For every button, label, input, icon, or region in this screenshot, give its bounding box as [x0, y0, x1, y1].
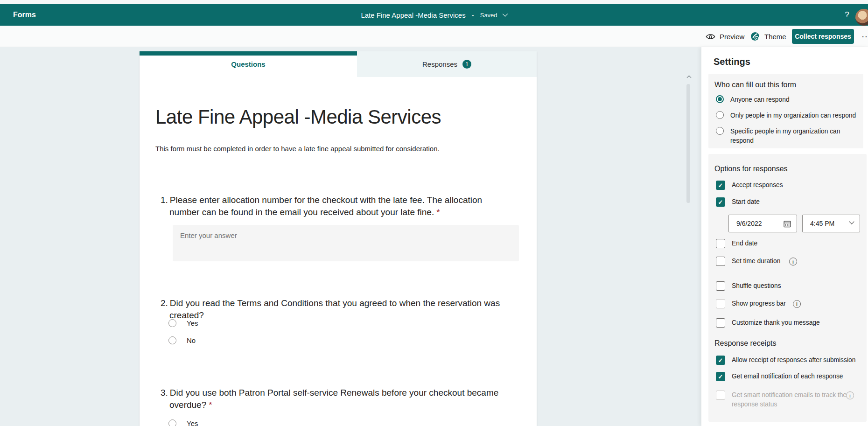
question-3[interactable]: 3.Did you use both Patron Portal self-se…: [161, 387, 523, 411]
checkbox-icon[interactable]: [716, 281, 725, 291]
preview-button[interactable]: Preview: [706, 26, 744, 47]
radio-specific-people-can-respond[interactable]: Specific people in my organization can r…: [716, 127, 859, 146]
form-card: Questions Responses 1 Late Fine Appeal -…: [140, 51, 537, 426]
checkbox-checked-icon[interactable]: ✓: [716, 372, 725, 381]
checkbox-show-progress-bar[interactable]: Show progress bar: [716, 299, 786, 308]
scrollbar-up-button[interactable]: [685, 72, 693, 81]
form-description[interactable]: This form must be completed in order to …: [155, 144, 510, 154]
browser-top-strip: [0, 0, 868, 4]
checkbox-disabled-icon: [716, 391, 725, 400]
required-asterisk: *: [436, 207, 440, 217]
who-can-fill-heading: Who can fill out this form: [714, 80, 796, 90]
eye-icon: [706, 33, 715, 40]
question-1-text: Please enter allocation number for the c…: [169, 195, 482, 217]
checkbox-checked-icon[interactable]: ✓: [716, 356, 725, 365]
option-label: No: [187, 336, 196, 344]
question-2[interactable]: 2.Did you read the Terms and Conditions …: [161, 297, 525, 321]
start-time-select[interactable]: 4:45 PM: [802, 215, 860, 232]
theme-button[interactable]: Theme: [750, 26, 786, 47]
checkbox-label: Get smart notification emails to track t…: [732, 391, 848, 409]
start-date-input[interactable]: 9/6/2022: [728, 215, 797, 232]
start-time-value: 4:45 PM: [810, 220, 834, 227]
active-tab-indicator: [140, 51, 357, 56]
who-can-fill-card: Who can fill out this form Anyone can re…: [708, 74, 863, 148]
radio-icon[interactable]: [168, 336, 176, 344]
checkbox-set-time-duration[interactable]: Set time duration: [716, 257, 780, 266]
title-separator: -: [472, 11, 474, 19]
collect-responses-button[interactable]: Collect responses: [792, 29, 854, 44]
account-avatar[interactable]: [855, 9, 868, 26]
checkbox-shuffle-questions[interactable]: Shuffle questions: [716, 281, 781, 291]
response-receipts-heading: Response receipts: [714, 338, 777, 348]
checkbox-icon[interactable]: [716, 239, 725, 248]
radio-icon[interactable]: [716, 127, 724, 135]
more-options-icon[interactable]: ⋯: [861, 26, 868, 47]
checkbox-label: Get email notification of each response: [732, 372, 843, 381]
chevron-down-icon[interactable]: [503, 11, 508, 16]
option-label: Yes: [187, 319, 198, 327]
checkbox-accept-responses[interactable]: ✓ Accept responses: [716, 181, 783, 190]
checkbox-label: Accept responses: [732, 181, 783, 190]
checkbox-label: Allow receipt of responses after submiss…: [732, 356, 855, 365]
checkbox-label: Show progress bar: [732, 299, 786, 308]
scrollbar-thumb[interactable]: [686, 84, 690, 203]
checkbox-label: Customize thank you message: [732, 318, 820, 328]
theme-palette-icon: [750, 32, 760, 42]
checkbox-checked-icon[interactable]: ✓: [716, 181, 725, 190]
checkbox-start-date[interactable]: ✓ Start date: [716, 197, 760, 207]
response-options-card: Options for responses ✓ Accept responses…: [708, 154, 867, 422]
radio-label: Anyone can respond: [730, 95, 790, 105]
radio-selected-icon[interactable]: [716, 95, 724, 103]
radio-only-org-can-respond[interactable]: Only people in my organization can respo…: [716, 111, 856, 120]
checkbox-label: Set time duration: [732, 257, 780, 266]
checkbox-label: Shuffle questions: [732, 281, 781, 291]
save-status: Saved: [480, 12, 497, 19]
calendar-icon[interactable]: [783, 220, 791, 228]
info-icon[interactable]: i: [793, 300, 801, 308]
radio-anyone-can-respond[interactable]: Anyone can respond: [716, 95, 790, 105]
question-1[interactable]: 1.Please enter allocation number for the…: [161, 194, 511, 218]
checkbox-smart-notification: Get smart notification emails to track t…: [716, 391, 848, 409]
form-tabs: Questions Responses 1: [140, 51, 537, 77]
app-logo-forms[interactable]: Forms: [13, 4, 36, 26]
question-2-option-no[interactable]: No: [168, 336, 196, 344]
chevron-down-icon: [849, 219, 854, 224]
tab-questions[interactable]: Questions: [140, 51, 357, 77]
form-title[interactable]: Late Fine Appeal -Media Services: [155, 105, 519, 129]
checkbox-label: Start date: [732, 197, 760, 207]
required-asterisk: *: [209, 400, 212, 410]
checkbox-allow-receipt[interactable]: ✓ Allow receipt of responses after submi…: [716, 356, 855, 365]
info-icon[interactable]: i: [789, 258, 797, 265]
checkbox-customize-thank-you[interactable]: Customize thank you message: [716, 318, 820, 328]
info-icon: i: [846, 391, 854, 399]
radio-label: Specific people in my organization can r…: [730, 127, 859, 146]
checkbox-icon[interactable]: [716, 318, 725, 328]
question-2-option-yes[interactable]: Yes: [168, 319, 198, 327]
tab-questions-label: Questions: [231, 60, 265, 68]
document-title: Late Fine Appeal -Media Services: [361, 11, 465, 19]
question-1-number: 1.: [161, 195, 168, 205]
app-header: Forms Late Fine Appeal -Media Services -…: [0, 4, 868, 26]
tab-responses-label: Responses: [422, 60, 457, 68]
document-title-group[interactable]: Late Fine Appeal -Media Services - Saved: [361, 4, 507, 26]
option-label: Yes: [187, 419, 198, 426]
radio-label: Only people in my organization can respo…: [730, 111, 856, 120]
radio-icon[interactable]: [168, 419, 176, 426]
question-1-answer-input[interactable]: [173, 225, 519, 261]
checkbox-end-date[interactable]: End date: [716, 239, 757, 248]
question-3-option-yes[interactable]: Yes: [168, 419, 198, 426]
help-icon[interactable]: ?: [840, 4, 854, 26]
start-date-value: 9/6/2022: [736, 220, 762, 227]
radio-icon[interactable]: [716, 111, 724, 119]
settings-title: Settings: [714, 56, 750, 68]
checkbox-icon[interactable]: [716, 299, 725, 308]
question-2-number: 2.: [161, 298, 168, 308]
checkbox-checked-icon[interactable]: ✓: [716, 197, 725, 207]
radio-icon[interactable]: [168, 319, 176, 327]
tab-responses[interactable]: Responses 1: [357, 51, 537, 77]
checkbox-icon[interactable]: [716, 257, 725, 266]
forms-app-window: Forms Late Fine Appeal -Media Services -…: [0, 0, 868, 426]
settings-panel: Settings Who can fill out this form Anyo…: [701, 47, 868, 426]
checkbox-email-notification[interactable]: ✓ Get email notification of each respons…: [716, 372, 843, 381]
checkbox-label: End date: [732, 239, 757, 248]
